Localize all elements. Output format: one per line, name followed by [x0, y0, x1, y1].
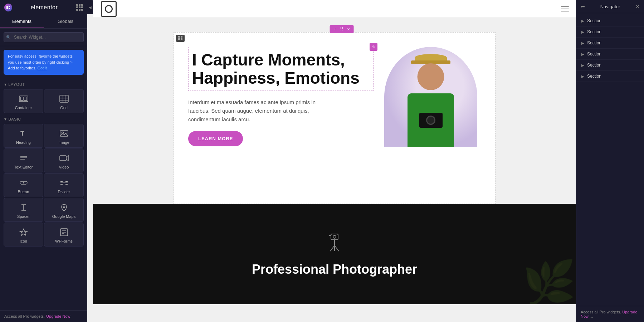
grid-label: Grid — [60, 106, 68, 110]
hat-brim-top — [415, 54, 447, 61]
nav-arrow-4: ▶ — [581, 52, 584, 56]
nav-item-section-6[interactable]: ▶ Section — [576, 71, 644, 82]
svg-point-13 — [62, 132, 63, 133]
widget-container[interactable]: Container — [4, 89, 43, 113]
container-icon — [19, 94, 29, 104]
heading-icon: T — [19, 128, 29, 138]
svg-rect-35 — [178, 36, 180, 38]
nav-item-section-3[interactable]: ▶ Section — [576, 38, 644, 49]
navigator-items-list: ▶ Section ▶ Section ▶ Section ▶ Section … — [576, 13, 644, 306]
button-label: Button — [18, 190, 29, 194]
upgrade-now-link[interactable]: Upgrade Now — [46, 314, 70, 318]
button-icon — [19, 178, 29, 188]
section-column-handle[interactable] — [176, 35, 185, 42]
widget-video[interactable]: Video — [44, 148, 84, 172]
app-title: elementor — [31, 4, 58, 11]
navigator-header: ⬅ Navigator ✕ — [576, 0, 644, 13]
delete-section-button[interactable]: × — [346, 26, 351, 32]
basic-widget-grid: T Heading Image — [0, 124, 87, 247]
tab-globals[interactable]: Globals — [44, 15, 87, 28]
leaf-decoration: 🌿 — [522, 261, 576, 304]
widget-icon[interactable]: Icon — [4, 223, 43, 247]
text-editor-label: Text Editor — [14, 165, 33, 169]
navigator-title: Navigator — [600, 4, 620, 9]
svg-rect-5 — [24, 97, 27, 101]
widget-google-maps[interactable]: Google Maps — [44, 198, 84, 222]
nav-label-3: Section — [587, 40, 601, 45]
nav-arrow-2: ▶ — [581, 30, 584, 34]
icon-label: Icon — [20, 239, 27, 243]
basic-section-label: Basic — [0, 113, 87, 124]
hero-image-column — [381, 47, 481, 147]
learn-more-button[interactable]: LEARN MORE — [188, 131, 243, 146]
svg-rect-37 — [178, 38, 180, 40]
nav-arrow-3: ▶ — [581, 41, 584, 45]
bottom-section-title: Professional Photographer — [252, 262, 417, 277]
svg-rect-17 — [60, 156, 66, 161]
navigator-back-button[interactable]: ⬅ — [581, 4, 585, 9]
widget-divider[interactable]: Divider — [44, 173, 84, 197]
nav-footer-text: Access all Pro widgets. — [581, 310, 621, 314]
google-maps-label: Google Maps — [52, 214, 75, 219]
edit-heading-button[interactable]: ✎ — [370, 43, 377, 51]
nav-label-6: Section — [587, 74, 601, 79]
svg-line-44 — [335, 245, 339, 251]
google-maps-icon — [59, 203, 69, 213]
widget-spacer[interactable]: Spacer — [4, 198, 43, 222]
container-label: Container — [15, 106, 32, 110]
footer-text: Access all Pro widgets. — [4, 314, 45, 318]
tab-elements[interactable]: Elements — [0, 15, 44, 28]
site-logo-wrap — [100, 0, 117, 18]
tip-box: For easy access, favorite the widgets yo… — [4, 50, 84, 75]
svg-rect-1 — [9, 6, 10, 7]
nav-item-section-5[interactable]: ▶ Section — [576, 60, 644, 71]
svg-line-42 — [330, 245, 335, 251]
add-section-button[interactable]: + — [333, 26, 338, 32]
nav-item-section-4[interactable]: ▶ Section — [576, 49, 644, 60]
nav-item-section-1[interactable]: ▶ Section — [576, 15, 644, 26]
divider-icon — [59, 178, 69, 188]
nav-arrow-1: ▶ — [581, 19, 584, 23]
widget-heading[interactable]: T Heading — [4, 124, 43, 148]
hamburger-menu-icon[interactable] — [561, 6, 569, 11]
widget-grid[interactable]: Grid — [44, 89, 84, 113]
search-input[interactable] — [4, 32, 84, 42]
svg-rect-0 — [6, 6, 8, 9]
widget-button[interactable]: Button — [4, 173, 43, 197]
grid-menu-icon[interactable] — [76, 4, 83, 11]
canvas-topbar — [93, 0, 576, 18]
video-icon — [59, 153, 69, 163]
photographer-image — [384, 47, 477, 147]
nav-footer-dots: ... — [590, 314, 593, 318]
head — [418, 63, 444, 90]
camera-tripod-icon — [324, 231, 345, 256]
widget-text-editor[interactable]: Text Editor — [4, 148, 43, 172]
canvas-body: + ⠿ × ✎ I Capture Moments, Happiness, Em… — [93, 18, 576, 322]
nav-item-section-2[interactable]: ▶ Section — [576, 26, 644, 38]
nav-label-5: Section — [587, 63, 601, 68]
svg-point-20 — [23, 182, 24, 183]
svg-rect-39 — [331, 234, 338, 240]
svg-rect-4 — [20, 97, 23, 101]
bottom-section: 🌿 Professional Photographer — [93, 204, 576, 304]
navigator-close-button[interactable]: ✕ — [635, 4, 640, 9]
widget-search-wrap — [0, 29, 87, 46]
move-section-button[interactable]: ⠿ — [339, 26, 345, 32]
image-icon — [59, 128, 69, 138]
hero-heading-wrap: ✎ I Capture Moments, Happiness, Emotions — [188, 47, 374, 91]
widget-image[interactable]: Image — [44, 124, 84, 148]
camera — [419, 113, 443, 128]
svg-text:T: T — [20, 130, 24, 137]
sidebar-tabs: Elements Globals — [0, 15, 87, 29]
nav-arrow-5: ▶ — [581, 63, 584, 67]
wpforms-label: WPForms — [55, 239, 73, 243]
nav-arrow-6: ▶ — [581, 74, 584, 78]
collapse-sidebar-handle[interactable]: ◀ — [87, 0, 93, 14]
pencil-icon: ✎ — [372, 45, 375, 49]
got-it-link[interactable]: Got it — [38, 66, 47, 70]
grid-widget-icon — [59, 94, 69, 104]
sidebar-header: elementor — [0, 0, 87, 15]
widget-wpforms[interactable]: WPForms — [44, 223, 84, 247]
body — [408, 93, 454, 147]
layout-widget-grid: Container Grid — [0, 89, 87, 113]
